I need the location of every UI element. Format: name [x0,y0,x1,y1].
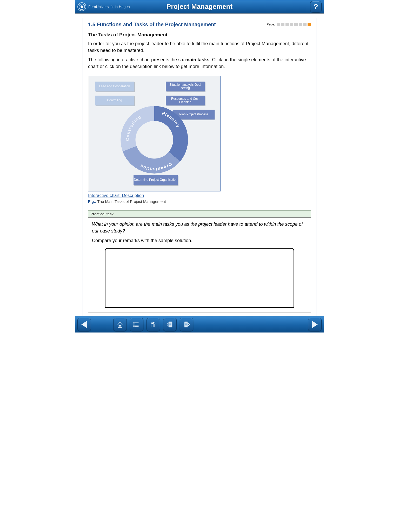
interactive-chart: Lead and Cooperation Controlling Situati… [88,76,221,191]
page-dot[interactable] [294,23,298,26]
page-dot[interactable] [285,23,289,26]
content-subheading: The Tasks of Project Management [88,32,311,38]
tools-icon [149,321,157,328]
page-next-icon [183,321,190,328]
practical-task-header: Practical task [88,211,311,217]
chart-node-controlling[interactable]: Controlling [95,96,134,105]
svg-point-4 [134,324,134,324]
list-icon [133,321,141,328]
page-dot[interactable] [281,23,284,26]
paragraph: In order for you as the project leader t… [88,40,311,54]
chart-node-resources[interactable]: Resources and Cost Planning [166,96,205,105]
tools-button[interactable] [147,318,160,331]
help-icon: ? [314,2,318,11]
chart-node-situation[interactable]: Situation analysis Goal setting [166,82,205,91]
home-button[interactable] [113,318,127,331]
page-dot[interactable] [303,23,307,26]
figure-caption: Fig.: The Main Tasks of Project Manageme… [88,199,311,204]
chart-node-lead[interactable]: Lead and Cooperation [95,82,134,91]
next-page-button[interactable] [308,318,322,331]
chart-node-determine[interactable]: Determine Project Organisation [134,175,178,185]
home-icon [116,321,124,328]
page-indicator-boxes[interactable] [277,23,311,26]
page-dot-current[interactable] [308,23,311,26]
answer-textarea[interactable] [105,248,294,308]
note-next-button[interactable] [180,318,193,331]
section-heading: 1.5 Functions and Tasks of the Project M… [88,22,216,27]
help-button[interactable]: ? [310,1,322,12]
top-header: FernUniversität in Hagen Project Managem… [75,0,324,14]
arrow-right-icon [312,321,318,328]
chart-cycle-ring[interactable]: Planning Organisation Controlling [121,106,188,174]
arrow-left-icon [81,321,87,328]
institution-brand: FernUniversität in Hagen [77,2,130,11]
institution-logo-icon [77,2,86,11]
page-dot[interactable] [290,23,293,26]
contents-button[interactable] [130,318,143,331]
practical-task-box: Practical task What in your opinion are … [88,210,311,312]
content-scroll-area[interactable]: 1.5 Functions and Tasks of the Project M… [75,14,324,316]
svg-point-6 [134,326,134,327]
page-dot[interactable] [277,23,280,26]
paragraph: The following interactive chart presents… [88,56,311,70]
page-indicator: Page: [267,23,311,26]
practical-task-question: What in your opinion are the main tasks … [92,221,307,234]
page-prev-icon [166,321,174,328]
prev-page-button[interactable] [77,318,91,331]
page-panel: 1.5 Functions and Tasks of the Project M… [83,18,316,316]
svg-point-3 [134,322,134,323]
svg-point-5 [134,325,134,326]
practical-task-instruction: Compare your remarks with the sample sol… [92,238,307,243]
page-dot[interactable] [299,23,302,26]
note-prev-button[interactable] [163,318,177,331]
chart-description-link[interactable]: Interactive chart: Description [88,193,144,198]
institution-name: FernUniversität in Hagen [88,5,130,9]
bottom-toolbar [75,316,324,332]
